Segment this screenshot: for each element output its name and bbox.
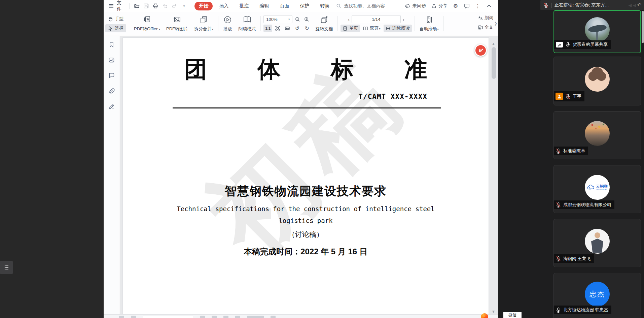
ribbon-overflow-icon[interactable]: ❯: [494, 21, 497, 26]
redo-icon[interactable]: [171, 2, 178, 10]
double-page-button[interactable]: 双页▾: [361, 25, 382, 32]
page-indicator[interactable]: 1/14: [352, 15, 401, 23]
participant-tile-screen-share[interactable]: 贺宗春的屏幕共享: [553, 10, 641, 53]
continuous-read-button[interactable]: 连续阅读: [384, 25, 412, 32]
save-icon[interactable]: [143, 2, 150, 10]
collapse-ribbon-icon[interactable]: [486, 3, 492, 9]
file-menu[interactable]: 文件: [108, 0, 126, 12]
undo-icon[interactable]: [162, 2, 169, 10]
rotate-document-label: 旋转文档: [315, 26, 333, 32]
rotate-cw-icon[interactable]: ↻: [302, 25, 311, 32]
participant-name: 淘钢网 王龙飞: [563, 256, 591, 262]
rotate-document-button[interactable]: 旋转文档: [312, 13, 336, 34]
tab-convert[interactable]: 转换: [316, 2, 334, 10]
chat-feedback-icon[interactable]: [464, 3, 470, 9]
participant-tile[interactable]: 标准委陈卓: [553, 111, 641, 159]
rotate-ccw-icon[interactable]: ↺: [293, 25, 301, 32]
zoom-in-icon[interactable]: [302, 15, 311, 23]
play-button[interactable]: 播放: [220, 13, 235, 34]
document-canvas[interactable]: 初稿 团体标准 T/CAMT XXX-XXXX 智慧钢铁物流园建设技术要求 Te…: [120, 36, 498, 314]
print-icon[interactable]: [152, 2, 159, 10]
ribbon-toolbar: 手型 选择 PDF转Office▾ PDF转图片 拆分合并▾: [104, 12, 498, 35]
status-icon: [235, 316, 240, 318]
select-tool-button[interactable]: 选择: [105, 24, 126, 32]
pdf-edit-float-button[interactable]: E: [474, 44, 487, 57]
double-page-label: 双页▾: [370, 25, 380, 31]
word-translate-icon: [478, 15, 483, 21]
quick-access-dropdown-icon[interactable]: ▾: [180, 2, 187, 10]
return-arrow-icon[interactable]: ↶: [637, 2, 641, 8]
attachment-icon[interactable]: [108, 88, 115, 95]
status-icon: [119, 316, 124, 318]
play-label: 播放: [223, 26, 232, 32]
search-box[interactable]: [336, 3, 399, 9]
taskbar-app-icon[interactable]: [480, 313, 489, 318]
page-nav-group: ‹ 1/14 › 单页 双页▾: [339, 13, 413, 34]
svg-text:E: E: [479, 48, 481, 53]
zoom-level-select[interactable]: 100% ▾: [263, 15, 292, 23]
single-page-button[interactable]: 单页: [341, 25, 360, 32]
open-folder-icon[interactable]: [133, 2, 140, 10]
bookmark-icon[interactable]: [108, 41, 115, 48]
cloud-logo-icon: [587, 184, 595, 190]
scroll-down-icon[interactable]: ▼: [492, 310, 495, 313]
zoom-out-icon[interactable]: [293, 15, 301, 23]
tab-home[interactable]: 开始: [194, 2, 213, 10]
gear-icon[interactable]: ⚙: [453, 3, 459, 9]
wechat-taskbar-label[interactable]: 微信: [503, 312, 522, 318]
tab-protect[interactable]: 保护: [295, 2, 314, 10]
auto-scroll-button[interactable]: 自动滚动▾: [417, 13, 442, 34]
search-input[interactable]: [343, 3, 399, 9]
participant-name: 王宇: [573, 93, 581, 99]
participant-tile[interactable]: 淘钢网 王龙飞: [553, 219, 641, 267]
share-button[interactable]: 分享: [431, 3, 448, 9]
participant-label: 标准委陈卓: [554, 147, 588, 155]
pdf-to-image-label: PDF转图片: [166, 26, 188, 32]
participant-tile[interactable]: 忠杰 北方恒达物流园 韩忠杰: [553, 273, 641, 318]
fit-width-button[interactable]: [283, 25, 292, 32]
meeting-panel: 正在讲话: 贺宗春; 京东方... ◀ ◀ ↶ 贺宗春的屏幕共享: [498, 0, 644, 318]
outline-toc-button[interactable]: [0, 261, 13, 274]
comment-panel-icon[interactable]: [108, 72, 115, 79]
participant-label: 成都云钢联物流有限公司: [554, 200, 614, 209]
read-mode-button[interactable]: 阅读模式: [235, 13, 259, 34]
participant-tile[interactable]: 王宇: [553, 57, 641, 105]
speaking-banner-text: 正在讲话: 贺宗春; 京东方...: [554, 2, 625, 8]
scroll-up-icon[interactable]: ▲: [492, 42, 495, 45]
next-speaker-icon[interactable]: ◀: [633, 3, 636, 8]
sync-status[interactable]: 未同步: [405, 3, 426, 9]
status-icon: [131, 316, 136, 318]
mic-muted-icon[interactable]: [543, 2, 549, 8]
word-translate-button[interactable]: 划词: [476, 14, 498, 22]
vertical-scrollbar[interactable]: [492, 47, 496, 79]
prev-page-icon[interactable]: ‹: [347, 17, 351, 22]
actual-size-button[interactable]: 1:1: [263, 25, 272, 32]
prev-speaker-icon[interactable]: ◀: [628, 3, 632, 8]
split-merge-button[interactable]: 拆分合并▾: [191, 13, 216, 34]
select-tool-label: 选择: [115, 25, 123, 31]
next-page-icon[interactable]: ›: [402, 17, 405, 22]
tab-comment[interactable]: 批注: [235, 2, 253, 10]
chevron-down-icon: ▾: [288, 18, 290, 21]
continuous-read-label: 连续阅读: [392, 25, 410, 31]
image-panel-icon[interactable]: [108, 57, 115, 64]
fit-page-button[interactable]: [273, 25, 282, 32]
participants-scrollbar[interactable]: [642, 11, 644, 43]
tab-page[interactable]: 页面: [275, 2, 293, 10]
hand-tool-button[interactable]: 手型: [105, 15, 126, 23]
participant-avatar: [585, 17, 610, 42]
read-mode-label: 阅读模式: [238, 26, 256, 32]
signature-icon[interactable]: [108, 103, 115, 110]
more-kebab-icon[interactable]: ⋮: [475, 3, 481, 9]
tab-insert[interactable]: 插入: [215, 2, 233, 10]
standard-code: T/CAMT XXX-XXXX: [123, 93, 489, 101]
participant-tile[interactable]: 云钢联 YUNGANGLIAN 成都云钢联物流有限公司: [553, 165, 641, 213]
pdf-to-office-button[interactable]: PDF转Office▾: [131, 13, 163, 34]
menu-bar: 文件 ▾ 开始 插入 批注 编辑: [104, 0, 498, 12]
pdf-to-image-button[interactable]: PDF转图片: [163, 13, 191, 34]
participant-label: 北方恒达物流园 韩忠杰: [554, 306, 611, 314]
tab-edit[interactable]: 编辑: [255, 2, 273, 10]
divider: [129, 16, 129, 31]
mic-on-icon: [556, 307, 561, 313]
cursor-icon: [108, 26, 113, 31]
